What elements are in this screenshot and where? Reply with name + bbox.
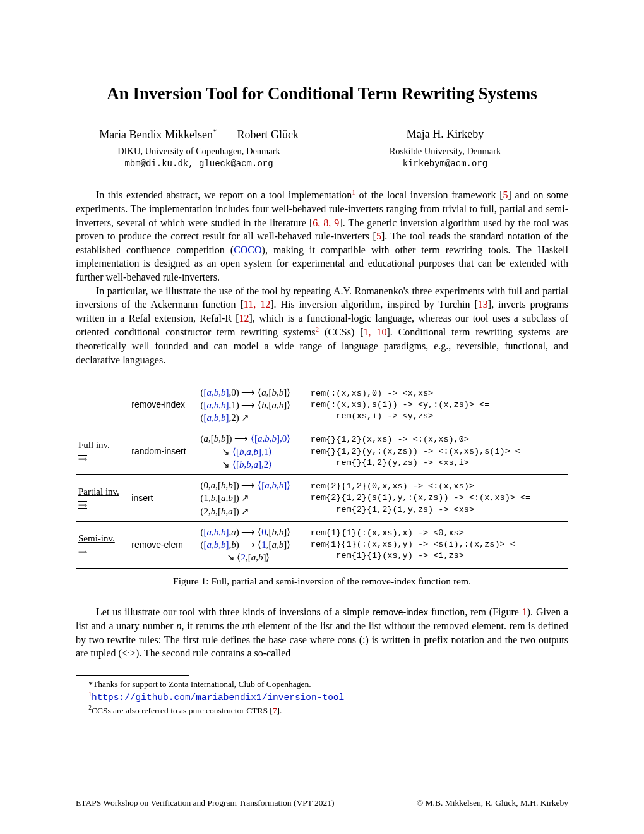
page-footer: ETAPS Workshop on Verification and Progr… [76,797,568,809]
affiliation-org: Roskilde University, Denmark [390,146,501,156]
author-name: Robert Glück [237,128,298,141]
affiliation-org: DIKU, University of Copenhagen, Denmark [117,146,280,156]
affiliation-email: mbm@di.ku.dk, glueck@acm.org [124,159,273,169]
math-example: (0,a,[b,b]) ⟶ ⟨[a,b,b]⟩ (1,b,[a,b]) ↗ (2… [198,475,307,522]
footer-right: © M.B. Mikkelsen, R. Glück, M.H. Kirkeby [417,797,568,809]
inv-label: Semi-inv.⟹ [76,521,129,568]
footnote-url[interactable]: https://github.com/mariabendix1/inversio… [92,692,344,702]
body-paragraph: Let us illustrate our tool with three ki… [76,605,568,660]
inv-label [76,382,129,428]
paper-title: An Inversion Tool for Conditional Term R… [76,82,568,105]
affiliation-row: DIKU, University of Copenhagen, Denmark … [76,145,568,170]
section-label: remove-elem [129,521,198,568]
author-name: Maja H. Kirkeby [407,128,484,140]
citation[interactable]: 13 [478,299,488,310]
footnote-star: *Thanks for support to Zonta Internation… [76,679,568,691]
math-example: (a,[b,b]) ⟶ ⟨[a,b,b],0⟩ ↘ ⟨[b,a,b],1⟩ ↘ … [198,428,307,475]
author-row: Maria Bendix Mikkelsen* Robert Glück Maj… [76,126,568,142]
citation[interactable]: 6, 8, 9 [313,217,339,228]
footer-left: ETAPS Workshop on Verification and Progr… [76,797,335,809]
citation[interactable]: 5 [376,231,381,241]
footnote-1: 1https://github.com/mariabendix1/inversi… [76,691,568,704]
citation[interactable]: 1, 10 [363,327,386,338]
section-label: random-insert [129,428,198,475]
section-label: remove-index [129,382,198,428]
citation[interactable]: 11, 12 [244,299,270,310]
footnote-2: 2CCSs are also referred to as pure const… [76,704,568,716]
math-example: ([a,b,b],a) ⟶ ⟨0,[b,b]⟩ ([a,b,b],b) ⟶ ⟨1… [198,521,307,568]
code-example: rem{1}{1}(:(x,xs),x) -> <0,xs> rem{1}{1}… [308,521,568,568]
citation[interactable]: 12 [239,313,249,323]
math-example: ([a,b,b],0) ⟶ ⟨a,[b,b]⟩ ([a,b,b],1) ⟶ ⟨b… [198,382,307,428]
inv-label: Partial inv.⟹ [76,475,129,522]
figure-1: remove-index ([a,b,b],0) ⟶ ⟨a,[b,b]⟩ ([a… [76,382,568,588]
footnote-separator [76,675,189,676]
author-name: Maria Bendix Mikkelsen* [99,128,217,141]
abstract-body: In this extended abstract, we report on … [76,188,568,366]
figure-caption: Figure 1: Full, partial and semi-inversi… [76,575,568,588]
section-label: insert [129,475,198,522]
citation[interactable]: 7 [273,705,277,715]
inv-label: Full inv.⟹ [76,428,129,475]
figure-ref[interactable]: 1 [522,607,527,617]
footnotes: *Thanks for support to Zonta Internation… [76,679,568,716]
code-example: rem{}{1,2}(x,xs) -> <:(x,xs),0> rem{}{1,… [308,428,568,475]
affiliation-email: kirkebym@acm.org [403,159,487,169]
coco-link[interactable]: COCO [234,245,261,255]
code-example: rem{2}{1,2}(0,x,xs) -> <:(x,xs)> rem{2}{… [308,475,568,522]
code-example: rem(:(x,xs),0) -> <x,xs> rem(:(x,xs),s(i… [308,382,568,428]
